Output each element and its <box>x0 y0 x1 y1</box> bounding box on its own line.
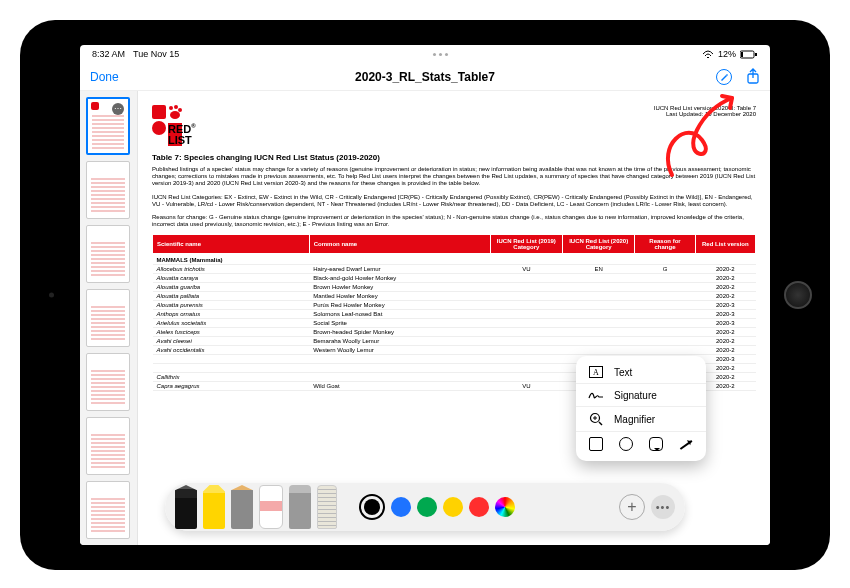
nav-bar: Done 2020-3_RL_Stats_Table7 <box>80 63 770 91</box>
color-blue[interactable] <box>391 497 411 517</box>
redlist-logo: RED®LIST <box>152 105 182 135</box>
screen: 8:32 AM Tue Nov 15 12% Done 2020-3_RL_St… <box>80 45 770 545</box>
page-thumbnail[interactable] <box>86 225 130 283</box>
col-version: Red List version <box>695 235 755 254</box>
svg-point-5 <box>174 105 178 109</box>
page-thumbnail[interactable] <box>86 417 130 475</box>
pencil-tool[interactable] <box>231 485 253 529</box>
table-row: Alouatta purensisPurús Red Howler Monkey… <box>153 301 756 310</box>
pen-tool[interactable] <box>175 485 197 529</box>
svg-text:A: A <box>593 368 599 377</box>
popover-text[interactable]: A Text <box>576 361 706 383</box>
shape-rectangle[interactable] <box>589 437 603 451</box>
page-thumbnail[interactable] <box>86 289 130 347</box>
status-bar: 8:32 AM Tue Nov 15 12% <box>80 45 770 63</box>
wifi-icon <box>702 50 714 59</box>
popover-magnifier[interactable]: Magnifier <box>576 406 706 431</box>
table-row: Alouatta palliataMantled Howler Monkey20… <box>153 292 756 301</box>
popover-shapes <box>576 431 706 456</box>
color-yellow[interactable] <box>443 497 463 517</box>
table-row: Arielulus societatisSocial Sprite2020-3 <box>153 319 756 328</box>
markup-icon[interactable] <box>716 69 732 85</box>
shape-arrow[interactable] <box>679 437 693 451</box>
table-row: Anthops ornatusSolomons Leaf-nosed Bat20… <box>153 310 756 319</box>
ruler-tool[interactable] <box>317 485 337 529</box>
more-button[interactable]: ••• <box>651 495 675 519</box>
document-page[interactable]: RED®LIST IUCN Red List version 2020-3: T… <box>138 91 770 545</box>
categories-para: IUCN Red List Categories: EX - Extinct, … <box>152 194 756 208</box>
svg-point-4 <box>169 106 173 110</box>
col-scientific: Scientific name <box>153 235 310 254</box>
eraser-tool[interactable] <box>259 485 283 529</box>
svg-rect-1 <box>741 52 743 57</box>
done-button[interactable]: Done <box>90 70 119 84</box>
page-thumbnail[interactable] <box>86 481 130 539</box>
magnifier-icon <box>588 412 604 426</box>
lasso-tool[interactable] <box>289 485 311 529</box>
col-reason: Reason for change <box>635 235 695 254</box>
logo-text-list: LIST <box>168 134 192 146</box>
add-button[interactable]: + <box>619 494 645 520</box>
svg-rect-2 <box>755 53 757 56</box>
page-thumbnail[interactable] <box>86 353 130 411</box>
document-title: 2020-3_RL_Stats_Table7 <box>355 70 495 84</box>
table-row: Ateles fuscicepsBrown-headed Spider Monk… <box>153 328 756 337</box>
ipad-frame: 8:32 AM Tue Nov 15 12% Done 2020-3_RL_St… <box>20 20 830 570</box>
reasons-para: Reasons for change: G - Genuine status c… <box>152 214 756 228</box>
markup-toolbar: + ••• <box>165 483 685 531</box>
col-common: Common name <box>309 235 490 254</box>
section-mammals: MAMMALS (Mammalia) <box>153 254 756 265</box>
col-2019: IUCN Red List (2019) Category <box>490 235 562 254</box>
page-thumbnail[interactable]: ⋯ <box>86 97 130 155</box>
share-icon[interactable] <box>746 68 760 86</box>
add-shape-popover: A Text Signature Magnifier <box>576 356 706 461</box>
table-row: Alouatta carayaBlack-and-gold Howler Mon… <box>153 274 756 283</box>
status-time: 8:32 AM <box>92 49 125 59</box>
color-red[interactable] <box>469 497 489 517</box>
camera <box>49 293 54 298</box>
table-row: Alouatta guaribaBrown Howler Monkey2020-… <box>153 283 756 292</box>
popover-signature[interactable]: Signature <box>576 383 706 406</box>
status-date: Tue Nov 15 <box>133 49 179 59</box>
battery-percent: 12% <box>718 49 736 59</box>
text-box-icon: A <box>588 366 604 378</box>
page-thumbnail[interactable] <box>86 161 130 219</box>
svg-point-7 <box>170 111 180 119</box>
table-title: Table 7: Species changing IUCN Red List … <box>152 153 756 162</box>
table-row: Avahi occidentalisWestern Woolly Lemur20… <box>153 346 756 355</box>
shape-speech-bubble[interactable] <box>649 437 663 451</box>
table-row: Avahi cleeseiBemaraha Woolly Lemur2020-2 <box>153 337 756 346</box>
table-row: Allocebus trichotisHairy-eared Dwarf Lem… <box>153 265 756 274</box>
intro-para: Published listings of a species' status … <box>152 166 756 188</box>
battery-icon <box>740 50 758 59</box>
highlighter-tool[interactable] <box>203 485 225 529</box>
color-green[interactable] <box>417 497 437 517</box>
col-2020: IUCN Red List (2020) Category <box>563 235 635 254</box>
shape-circle[interactable] <box>619 437 633 451</box>
version-info: IUCN Red List version 2020-3: Table 7 La… <box>654 105 756 117</box>
home-button[interactable] <box>784 281 812 309</box>
svg-point-6 <box>178 108 182 112</box>
signature-icon <box>588 389 604 401</box>
thumbnail-rail[interactable]: ⋯ <box>80 91 138 545</box>
multitask-dots[interactable] <box>433 53 448 56</box>
color-black-selected[interactable] <box>359 494 385 520</box>
color-picker[interactable] <box>495 497 515 517</box>
